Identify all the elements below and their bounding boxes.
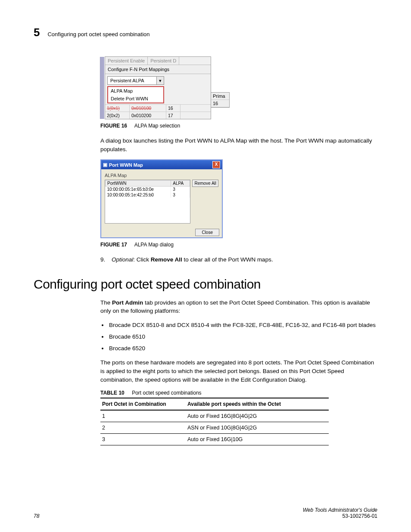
table-cell: 2 [100,422,186,434]
table-cell: 17 [166,112,181,119]
table-row[interactable]: 10:00:00:05:1e:42:25:b0 3 [106,192,190,198]
page-header: 5 Configuring port octet speed combinati… [34,26,377,39]
dialog-titlebar: ▣ Port WWN Map X [101,160,222,169]
table-title-text: Port octet speed combinations [132,390,201,396]
table-cell: 0x010100 [130,105,166,112]
table-cell: Auto or Fixed 16G|8G|4G|2G [186,410,329,422]
figure-17-caption: FIGURE 17 ALPA Map dialog [100,242,377,248]
delete-port-item[interactable]: Delete Port WWN [108,95,163,103]
text-bold: Port Admin [112,299,143,306]
running-head: Configuring port octet speed combination [47,31,149,37]
step-text-bold: Remove All [151,256,182,263]
doc-number: 53-1002756-01 [303,513,377,519]
page-number: 78 [34,513,39,519]
page: 5 Configuring port octet speed combinati… [0,0,411,532]
table-cell: 16 [166,105,181,112]
step-9: 9. Optional: Click Remove All to clear a… [100,255,377,264]
table-header: Port Octet in Combination [100,398,186,410]
alpa-map-item[interactable]: ALPA Map [108,87,163,95]
content-block-2: The Port Admin tab provides an option to… [100,299,377,445]
chevron-down-icon: ▾ [156,77,164,84]
paragraph: The Port Admin tab provides an option to… [100,299,377,315]
table-cell: 1(0x1) [105,105,130,112]
close-button[interactable]: Close [195,229,219,236]
figure-label: FIGURE 17 [100,242,127,248]
table-row[interactable]: 10:00:00:05:1e:65:b3:0e 3 [106,187,190,193]
prime-header: Prima [211,93,229,100]
table-cell: 2(0x2) [105,112,130,119]
cell-wwn: 10:00:00:05:1e:65:b3:0e [106,187,171,193]
table-label: TABLE 10 [100,390,125,396]
table-10-title: TABLE 10 Port octet speed combinations [100,390,377,396]
list-item: Brocade 6510 [108,333,377,341]
cell-wwn: 10:00:00:05:1e:42:25:b0 [106,192,171,198]
prime-column: Prima 16 [211,92,230,108]
table-cell: 0x010200 [130,112,166,119]
list-item: Brocade DCX 8510-8 and DCX 8510-4 with t… [108,321,377,330]
figure-16: Persistent Enable Persistent D Configure… [105,56,211,119]
dropdown-value: Persistent ALPA [108,77,156,84]
col-portwwn: PortWWN [106,180,171,187]
persistent-alpa-dropdown[interactable]: Persistent ALPA ▾ [107,76,164,85]
table-cell: 3 [100,434,186,445]
close-icon[interactable]: X [212,161,220,168]
dialog-title: Port WWN Map [109,162,143,168]
configure-mappings-button[interactable]: Configure F-N Port Mappings [105,65,211,74]
window-grip [100,57,104,119]
table-row: 1 Auto or Fixed 16G|8G|4G|2G [100,410,329,422]
table-row: 2 ASN or Fixed 10G|8G|4G|2G [100,422,329,434]
window-icon: ▣ [103,162,107,168]
table-10: Port Octet in Combination Available port… [100,398,329,445]
table-header: Available port speeds within the Octet [186,398,329,410]
step-number: 9. [100,255,107,264]
table-cell: Auto or Fixed 16G|10G [186,434,329,445]
step-text-pre: : Click [133,256,151,263]
platform-list: Brocade DCX 8510-8 and DCX 8510-4 with t… [108,321,377,353]
dropdown-menu: ALPA Map Delete Port WWN [107,86,164,103]
remove-all-button[interactable]: Remove All [192,180,218,187]
prime-value: 16 [211,100,229,107]
chapter-number: 5 [34,26,40,39]
figure-caption-text: ALPA Map dialog [134,242,174,248]
page-footer: 78 Web Tools Administrator's Guide 53-10… [34,507,377,519]
list-item: Brocade 6520 [108,345,377,353]
figure-17: ▣ Port WWN Map X ALPA Map PortWWN ALPA [100,159,223,238]
table-row: 3 Auto or Fixed 16G|10G [100,434,329,445]
persistent-enable-button[interactable]: Persistent Enable [105,57,148,65]
table-cell: 1 [100,410,186,422]
paragraph: A dialog box launches listing the Port W… [100,137,377,153]
col-alpa: ALPA [171,180,190,187]
cell-alpa: 3 [171,192,190,198]
text: The [100,299,112,306]
figure-16-caption: FIGURE 16 ALPA Map selection [100,123,377,129]
step-text-post: to clear all of the Port WWN maps. [182,256,273,263]
persistent-d-button[interactable]: Persistent D [148,57,179,65]
paragraph: The ports on these hardware models are s… [100,358,377,384]
doc-title: Web Tools Administrator's Guide [303,507,377,513]
section-heading: Configuring port octet speed combination [34,277,377,292]
port-wwn-grid: PortWWN ALPA 10:00:00:05:1e:65:b3:0e 3 1… [105,180,190,224]
figure-label: FIGURE 16 [100,123,127,129]
step-optional: Optional [112,256,133,263]
group-header: ALPA Map [105,173,218,178]
figure-caption-text: ALPA Map selection [134,123,181,129]
cell-alpa: 3 [171,187,190,193]
table-cell: ASN or Fixed 10G|8G|4G|2G [186,422,329,434]
content-block-1: Persistent Enable Persistent D Configure… [100,56,377,264]
